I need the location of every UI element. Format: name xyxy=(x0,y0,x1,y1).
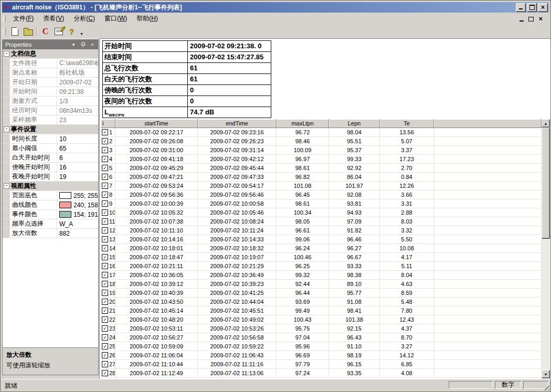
property-row[interactable]: 文件路径C:\awa6298\机场 xyxy=(3,59,98,68)
mdi-close-button[interactable]: × xyxy=(538,16,543,22)
property-row[interactable]: 测点名称栎社机场 xyxy=(3,68,98,78)
menu-item-V[interactable]: 查看(V) xyxy=(38,14,69,23)
event-checkbox[interactable]: ✓ xyxy=(102,352,108,358)
event-checkbox[interactable]: ✓ xyxy=(102,290,108,296)
panel-close-icon[interactable]: × xyxy=(89,41,96,48)
event-checkbox[interactable]: ✓ xyxy=(102,263,108,269)
menu-item-C[interactable]: 分析(C) xyxy=(69,14,100,23)
collapse-minus-icon[interactable]: - xyxy=(4,51,9,57)
property-row[interactable]: 频率点选择W_A xyxy=(3,219,98,229)
maximize-button[interactable] xyxy=(527,3,537,12)
scroll-down-button[interactable]: ▼ xyxy=(542,370,550,378)
event-checkbox[interactable]: ✓ xyxy=(102,334,108,341)
event-checkbox[interactable]: ✓ xyxy=(102,147,108,153)
collapse-minus-icon[interactable]: - xyxy=(4,183,9,189)
event-row[interactable]: ✓122009-07-02 10:11:102009-07-02 10:11:2… xyxy=(101,226,542,235)
event-row[interactable]: ✓72009-07-02 09:53:242009-07-02 09:54:17… xyxy=(101,182,542,190)
event-row[interactable]: ✓262009-07-02 11:06:042009-07-02 11:06:4… xyxy=(101,351,542,360)
event-checkbox[interactable]: ✓ xyxy=(102,218,108,225)
event-row[interactable]: ✓172009-07-02 10:36:052009-07-02 10:36:4… xyxy=(101,271,542,280)
property-row[interactable]: 采样频率23 xyxy=(3,115,98,125)
property-section-header[interactable]: -文档信息 xyxy=(3,49,98,59)
event-row[interactable]: ✓42009-07-02 09:41:182009-07-02 09:42:12… xyxy=(101,155,542,164)
event-row[interactable]: ✓22009-07-02 09:26:082009-07-02 09:26:23… xyxy=(101,137,542,146)
event-row[interactable]: ✓272009-07-02 11:10:442009-07-02 11:11:1… xyxy=(101,360,542,369)
event-row[interactable]: ✓142009-07-02 10:18:012009-07-02 10:18:3… xyxy=(101,244,542,253)
event-checkbox[interactable]: ✓ xyxy=(102,281,108,287)
open-file-button[interactable] xyxy=(22,25,35,37)
event-row[interactable]: ✓52009-07-02 09:45:292009-07-02 09:45:44… xyxy=(101,164,542,173)
property-row[interactable]: 最小阈值65 xyxy=(3,144,98,153)
event-checkbox[interactable]: ✓ xyxy=(102,138,108,144)
property-row[interactable]: 经历时间06h34m13s xyxy=(3,106,98,115)
property-row[interactable]: 开始日期2009-07-02 xyxy=(3,78,98,87)
event-row[interactable]: ✓132009-07-02 10:14:162009-07-02 10:14:3… xyxy=(101,235,542,244)
event-checkbox[interactable]: ✓ xyxy=(102,308,108,314)
event-row[interactable]: ✓222009-07-02 10:48:202009-07-02 10:49:0… xyxy=(101,315,542,324)
event-row[interactable]: ✓202009-07-02 10:43:502009-07-02 10:44:0… xyxy=(101,298,542,306)
property-section-header[interactable]: -事件设置 xyxy=(3,125,98,134)
menubar-grip[interactable] xyxy=(3,15,6,23)
event-row[interactable]: ✓162009-07-02 10:21:112009-07-02 10:21:2… xyxy=(101,262,542,271)
property-row[interactable]: 夜晚开始时间19 xyxy=(3,172,98,182)
event-row[interactable]: ✓32009-07-02 09:31:002009-07-02 09:31:14… xyxy=(101,146,542,155)
scrollbar-thumb[interactable] xyxy=(542,128,550,239)
column-header-Te[interactable]: Te xyxy=(380,119,434,128)
close-button[interactable]: × xyxy=(538,3,548,12)
property-row[interactable]: 白天开始时间6 xyxy=(3,153,98,163)
property-value[interactable]: 16 xyxy=(57,163,98,172)
vertical-scrollbar[interactable]: ▲ ▼ xyxy=(542,119,550,378)
event-row[interactable]: ✓242009-07-02 10:56:272009-07-02 10:56:5… xyxy=(101,333,542,342)
property-row[interactable]: 放大倍数882 xyxy=(3,229,98,238)
event-row[interactable]: ✓282009-07-02 11:12:492009-07-02 11:13:0… xyxy=(101,369,542,378)
property-section-header[interactable]: -视图属性 xyxy=(3,182,98,191)
scroll-up-button[interactable]: ▲ xyxy=(542,119,550,128)
column-header-i[interactable]: i xyxy=(101,119,115,128)
title-bar[interactable]: ✈ aircraft noise（ISO3891） - [飞机噪声分析1--飞行… xyxy=(2,2,549,13)
property-row[interactable]: 开始时间09:21:38 xyxy=(3,87,98,97)
event-checkbox[interactable]: ✓ xyxy=(102,254,108,260)
event-checkbox[interactable]: ✓ xyxy=(102,200,108,207)
event-row[interactable]: ✓92009-07-02 10:00:392009-07-02 10:00:58… xyxy=(101,199,542,208)
event-row[interactable]: ✓192009-07-02 10:40:392009-07-02 10:41:2… xyxy=(101,289,542,298)
menu-item-W[interactable]: 窗口(W) xyxy=(100,14,132,23)
toolbar-overflow-chevron[interactable]: ▾ xyxy=(78,25,85,37)
event-checkbox[interactable]: ✓ xyxy=(102,227,108,234)
event-checkbox[interactable]: ✓ xyxy=(102,209,108,216)
column-header-maxLtpn[interactable]: maxLtpn xyxy=(277,119,329,128)
column-header-Lepn[interactable]: Lepn xyxy=(329,119,380,128)
event-checkbox[interactable]: ✓ xyxy=(102,183,108,189)
property-row[interactable]: 页面底色255; 255; 25 xyxy=(3,191,98,200)
property-row[interactable]: 测量方式1/3 xyxy=(3,97,98,106)
event-checkbox[interactable]: ✓ xyxy=(102,316,108,323)
properties-panel-header[interactable]: Properties ▾ × xyxy=(3,40,98,49)
event-checkbox[interactable]: ✓ xyxy=(102,129,108,135)
event-checkbox[interactable]: ✓ xyxy=(102,272,108,278)
event-row[interactable]: ✓232009-07-02 10:53:112009-07-02 10:53:2… xyxy=(101,324,542,333)
property-row[interactable]: 时间长度10 xyxy=(3,134,98,144)
property-row[interactable]: 事件颜色154; 191; 18 xyxy=(3,210,98,219)
convert-button[interactable]: C xyxy=(39,25,52,37)
property-value[interactable]: 10 xyxy=(57,134,98,143)
mdi-minimize-button[interactable] xyxy=(520,16,524,22)
property-value[interactable]: 882 xyxy=(57,229,98,238)
panel-menu-chevron-icon[interactable]: ▾ xyxy=(70,41,77,48)
event-row[interactable]: ✓212009-07-02 10:45:142009-07-02 10:45:5… xyxy=(101,306,542,315)
property-row[interactable]: 曲线颜色240; 158; 15 xyxy=(3,200,98,210)
property-value[interactable]: 19 xyxy=(57,172,98,181)
event-checkbox[interactable]: ✓ xyxy=(102,165,108,171)
property-row[interactable]: 傍晚开始时间16 xyxy=(3,163,98,172)
event-row[interactable]: ✓182009-07-02 10:39:122009-07-02 10:39:2… xyxy=(101,280,542,289)
column-header-startTime[interactable]: startTime xyxy=(115,119,198,128)
help-button[interactable]: ? xyxy=(65,25,78,37)
event-checkbox[interactable]: ✓ xyxy=(102,325,108,332)
minimize-button[interactable] xyxy=(516,3,526,12)
new-document-button[interactable] xyxy=(8,25,22,37)
property-value[interactable]: 154; 191; 18 xyxy=(57,210,98,219)
event-row[interactable]: ✓112009-07-02 10:07:382009-07-02 10:08:2… xyxy=(101,217,542,226)
event-checkbox[interactable]: ✓ xyxy=(102,236,108,242)
property-value[interactable]: 240; 158; 15 xyxy=(57,200,98,209)
column-header-endTime[interactable]: endTime xyxy=(198,119,277,128)
event-row[interactable]: ✓252009-07-02 10:59:092009-07-02 10:59:2… xyxy=(101,342,542,351)
property-value[interactable]: 65 xyxy=(57,144,98,153)
